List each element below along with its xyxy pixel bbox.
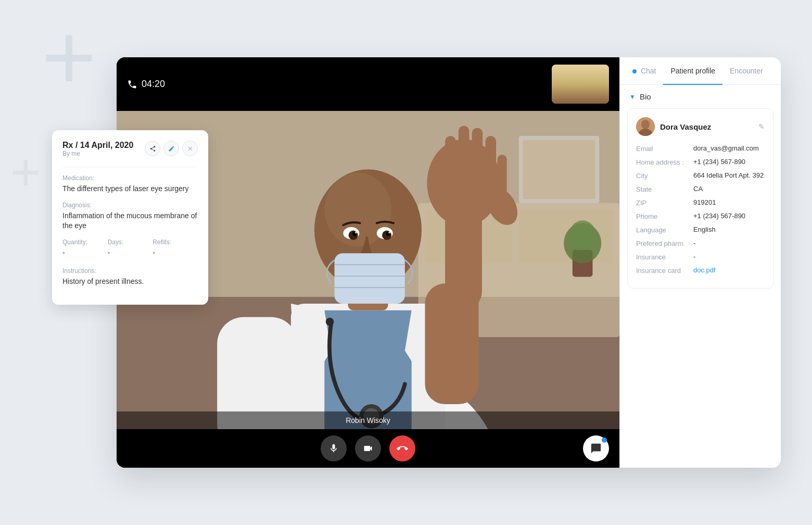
chat-tab-dot — [632, 69, 637, 73]
end-call-button[interactable] — [389, 435, 415, 461]
zip-label: ZIP — [636, 198, 693, 207]
pip-bg — [552, 65, 609, 104]
rx-quantity-col: Quantity: - — [62, 239, 108, 266]
info-row-phone: Phome +1 (234) 567-890 — [636, 212, 765, 220]
rx-diagnosis-label: Diagnosis: — [62, 202, 198, 209]
tabs-row: Chat Patient profile Encounter — [620, 57, 781, 85]
end-call-icon — [397, 443, 408, 454]
email-label: Email — [636, 144, 693, 153]
chat-button[interactable] — [583, 435, 609, 461]
rx-title: Rx / 14 April, 2020 — [62, 141, 133, 150]
rx-medication-label: Medication: — [62, 174, 198, 182]
rx-qdr-row: Quantity: - Days: - Refills: - — [62, 239, 198, 266]
rx-divider — [62, 167, 198, 167]
patient-info-table: Email dora_vas@gmail.com Home address : … — [636, 144, 765, 274]
rx-days-label: Days: — [108, 239, 153, 246]
state-label: State — [636, 185, 693, 193]
patient-name-label: Robin Wisoky — [346, 416, 390, 424]
insurance-card-label: Insurance card — [636, 266, 693, 274]
info-row-language: Language English — [636, 226, 765, 234]
svg-rect-41 — [425, 283, 478, 404]
rx-close-button[interactable] — [182, 141, 198, 156]
edit-patient-icon[interactable]: ✎ — [758, 122, 765, 131]
svg-rect-35 — [445, 136, 456, 190]
mic-button[interactable] — [321, 435, 347, 461]
zip-value: 919201 — [693, 198, 765, 206]
info-row-state: State CA — [636, 185, 765, 193]
rx-days-value: - — [108, 248, 153, 258]
rx-instructions-value: History of present illness. — [62, 277, 198, 287]
home-label: Home address : — [636, 158, 693, 166]
rx-header: Rx / 14 April, 2020 By me — [62, 141, 198, 165]
chat-tab-label: Chat — [641, 67, 656, 75]
city-label: City — [636, 171, 693, 180]
rx-diagnosis-value: Inflammation of the mucous membrane of t… — [62, 211, 198, 231]
phone-value: +1 (234) 567-890 — [693, 212, 765, 220]
info-row-zip: ZIP 919201 — [636, 198, 765, 207]
chat-notification-dot — [602, 438, 607, 443]
svg-rect-38 — [485, 136, 496, 190]
insurance-card-link[interactable]: doc.pdf — [693, 266, 765, 274]
info-row-pharm: Prefered pharm. - — [636, 239, 765, 247]
svg-point-9 — [569, 220, 596, 250]
email-value: dora_vas@gmail.com — [693, 144, 765, 152]
rx-quantity-label: Quantity: — [62, 239, 108, 246]
video-bottombar — [117, 429, 619, 468]
rx-days-col: Days: - — [108, 239, 153, 266]
svg-point-27 — [355, 231, 357, 233]
video-timer: 04:20 — [127, 79, 165, 90]
language-label: Language — [636, 226, 693, 234]
rx-refills-value: - — [153, 248, 198, 258]
rx-share-button[interactable] — [145, 141, 160, 156]
info-row-insurance: Insurance - — [636, 253, 765, 261]
share-icon — [149, 145, 156, 152]
phone-icon — [127, 79, 137, 90]
cam-button[interactable] — [355, 435, 381, 461]
city-value: 664 Idella Port Apt. 392 — [693, 171, 765, 179]
rx-edit-button[interactable] — [163, 141, 179, 156]
insurance-value: - — [693, 253, 765, 260]
pharm-value: - — [693, 239, 765, 247]
avatar-image — [636, 117, 655, 136]
svg-rect-37 — [472, 128, 483, 186]
chat-icon — [590, 443, 602, 454]
info-row-city: City 664 Idella Port Apt. 392 — [636, 171, 765, 180]
patient-header: Dora Vasquez ✎ — [636, 117, 765, 136]
state-value: CA — [693, 185, 765, 193]
rx-quantity-value: - — [62, 248, 108, 258]
rx-refills-label: Refills: — [153, 239, 198, 246]
info-row-email: Email dora_vas@gmail.com — [636, 144, 765, 153]
rx-actions — [145, 141, 198, 156]
svg-point-44 — [641, 120, 650, 129]
panel-content: ▼ Bio Dora Vasquez — [620, 85, 781, 468]
timer-display: 04:20 — [142, 79, 165, 90]
tab-patient-profile[interactable]: Patient profile — [663, 57, 722, 84]
rx-refills-col: Refills: - — [153, 239, 198, 266]
bio-chevron-icon: ▼ — [629, 93, 636, 101]
patient-name: Dora Vasquez — [660, 122, 711, 131]
main-container: 04:20 — [117, 57, 781, 468]
info-row-insurance-card: Insurance card doc.pdf — [636, 266, 765, 274]
insurance-label: Insurance — [636, 253, 693, 261]
cam-icon — [363, 443, 373, 454]
tab-encounter[interactable]: Encounter — [722, 57, 770, 84]
info-row-home: Home address : +1 (234) 567-890 — [636, 158, 765, 166]
patient-name-bar: Robin Wisoky — [117, 411, 619, 429]
tab-chat[interactable]: Chat — [625, 57, 663, 84]
patient-profile-tab-label: Patient profile — [670, 67, 715, 75]
bio-header[interactable]: ▼ Bio — [620, 85, 781, 108]
rx-medication-value: The different types of laser eye surgery — [62, 184, 198, 194]
patient-avatar-name: Dora Vasquez — [636, 117, 711, 136]
patient-card: Dora Vasquez ✎ Email dora_vas@gmail.com … — [627, 108, 773, 289]
rx-title-block: Rx / 14 April, 2020 By me — [62, 141, 133, 165]
bio-label: Bio — [640, 92, 651, 101]
pip-inner — [552, 65, 609, 104]
right-panel: Chat Patient profile Encounter ▼ Bio — [619, 57, 781, 468]
phone-label: Phome — [636, 212, 693, 220]
bg-cross-large: + — [42, 10, 96, 104]
svg-point-28 — [388, 231, 390, 233]
rx-by: By me — [62, 150, 133, 157]
patient-avatar — [636, 117, 655, 136]
close-icon — [187, 145, 194, 152]
svg-rect-6 — [523, 140, 595, 199]
